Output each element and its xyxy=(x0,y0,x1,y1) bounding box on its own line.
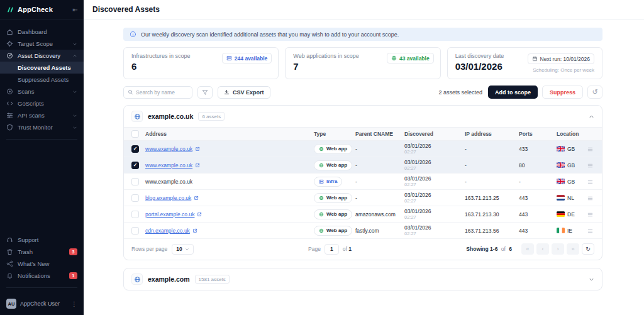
cell-ip: 163.71.213.25 xyxy=(465,195,519,201)
list-menu-icon xyxy=(587,195,594,202)
download-icon xyxy=(224,89,230,95)
chevron-down-icon xyxy=(72,125,77,130)
sidebar-item-goscripts[interactable]: GoScripts xyxy=(0,97,84,109)
sidebar-item-label: Asset Discovery xyxy=(18,52,60,59)
topbar: Discovered Assets xyxy=(84,0,644,19)
row-checkbox[interactable] xyxy=(131,211,139,218)
add-to-scope-button[interactable]: Add to scope xyxy=(488,86,538,99)
sidebar-item-support[interactable]: Support xyxy=(0,234,84,246)
row-actions-button[interactable] xyxy=(586,227,594,235)
row-checkbox[interactable]: ✓ xyxy=(131,162,139,169)
cell-location: GB xyxy=(557,162,586,169)
page-number-input[interactable]: 1 xyxy=(325,244,339,255)
sidebar-divider xyxy=(6,287,77,288)
row-checkbox[interactable]: ✓ xyxy=(131,145,139,153)
external-link-icon xyxy=(195,163,200,168)
cell-ports: 80 xyxy=(519,162,557,169)
select-all-checkbox[interactable] xyxy=(131,130,139,138)
asset-address-link[interactable]: www.example.co.uk xyxy=(145,146,200,152)
sidebar-item-api-scans[interactable]: API scans xyxy=(0,109,84,121)
infrastructures-available-badge[interactable]: 244 available xyxy=(222,53,272,64)
group-header[interactable]: example.com 1581 assets xyxy=(124,268,602,290)
sidebar-item-whats-new[interactable]: What's New xyxy=(0,258,84,270)
cell-parent-cname: fastly.com xyxy=(355,228,404,234)
available-label: 244 available xyxy=(235,55,267,62)
row-actions-button[interactable] xyxy=(586,162,594,169)
refresh-button[interactable]: ↻ xyxy=(582,243,594,255)
card-label: Last discovery date xyxy=(455,53,504,59)
list-menu-icon xyxy=(587,146,594,153)
user-menu-kebab-icon[interactable]: ⋮ xyxy=(71,301,77,307)
sidebar-item-label: What's New xyxy=(18,260,49,267)
group-name: example.com xyxy=(148,275,190,283)
sidebar-item-label: Trust Monitor xyxy=(18,124,53,131)
cell-parent-cname: - xyxy=(355,162,404,169)
row-actions-button[interactable] xyxy=(586,194,594,202)
row-checkbox[interactable] xyxy=(131,178,139,185)
column-header-discovered: Discovered xyxy=(404,131,465,137)
web-applications-available-badge[interactable]: 43 available xyxy=(387,53,434,64)
rows-per-page-label: Rows per page xyxy=(131,246,167,252)
rows-per-page-select[interactable]: 10 xyxy=(172,244,193,255)
sidebar-item-trust-monitor[interactable]: Trust Monitor xyxy=(0,121,84,133)
row-actions-button[interactable] xyxy=(586,145,594,153)
prev-page-button[interactable]: ‹ xyxy=(536,243,549,255)
sidebar-item-trash[interactable]: Trash 3 xyxy=(0,246,84,258)
row-actions-button[interactable] xyxy=(586,211,594,218)
code-icon xyxy=(6,100,13,107)
check-icon: ✓ xyxy=(133,162,138,168)
pagination-bar: Rows per page 10 Page 1 of 1 Showing 1-6… xyxy=(124,239,602,260)
sidebar-item-discovered-assets[interactable]: Discovered Assets xyxy=(0,62,84,74)
chevron-up-icon[interactable] xyxy=(589,114,594,119)
chevron-down-icon[interactable] xyxy=(589,277,594,282)
chevron-down-icon xyxy=(72,89,77,94)
group-header[interactable]: example.co.uk 6 assets xyxy=(124,106,602,127)
table-row: blog.example.co.uk Web app - 03/01/20260… xyxy=(124,190,602,206)
sidebar-item-suppressed-assets[interactable]: Suppressed Assets xyxy=(0,74,84,86)
row-checkbox[interactable] xyxy=(131,194,139,202)
suppress-button[interactable]: Suppress xyxy=(542,86,583,99)
column-header-address: Address xyxy=(145,131,314,137)
undo-selection-icon[interactable]: ↺ xyxy=(587,86,602,99)
sidebar-item-target-scope[interactable]: Target Scope xyxy=(0,38,84,50)
sidebar-item-dashboard[interactable]: Dashboard xyxy=(0,26,84,38)
column-header-parent-cname: Parent CNAME xyxy=(355,131,404,137)
trash-count-badge: 3 xyxy=(69,248,77,255)
last-discovery-left: Last discovery date 03/01/2026 xyxy=(455,53,504,73)
cell-discovered: 03/01/202602:27 xyxy=(404,192,465,204)
sidebar-item-notifications[interactable]: Notifications 1 xyxy=(0,270,84,282)
next-page-button[interactable]: › xyxy=(552,243,564,255)
row-checkbox[interactable] xyxy=(131,227,139,235)
sidebar-item-scans[interactable]: Scans xyxy=(0,86,84,97)
asset-address-link[interactable]: blog.example.co.uk xyxy=(145,195,199,201)
csv-export-button[interactable]: CSV Export xyxy=(218,86,270,99)
bell-icon xyxy=(6,272,13,279)
globe-icon xyxy=(391,55,397,61)
next-run-label: Next run: 10/01/2026 xyxy=(540,56,590,62)
row-actions-button[interactable] xyxy=(586,178,594,185)
sidebar-collapse-icon[interactable]: ⇤ xyxy=(73,6,78,13)
first-page-button[interactable]: « xyxy=(521,243,534,255)
sidebar-spacer xyxy=(0,145,84,234)
calendar-icon xyxy=(532,56,538,62)
sidebar-item-asset-discovery[interactable]: Asset Discovery xyxy=(0,50,84,62)
asset-address-link[interactable]: portal.example.co.uk xyxy=(145,211,202,218)
user-row[interactable]: AU AppCheck User ⋮ xyxy=(0,294,84,315)
asset-address-link[interactable]: cdn.example.co.uk xyxy=(145,228,197,234)
chevron-down-icon xyxy=(185,247,189,251)
asset-address-link[interactable]: www.example.co.uk xyxy=(145,162,200,169)
search-input[interactable] xyxy=(136,89,188,96)
globe-icon xyxy=(319,228,324,233)
cell-discovered: 03/01/202602:27 xyxy=(404,175,465,187)
total-pages: 1 xyxy=(348,246,352,252)
logo-row: AppCheck ⇤ xyxy=(0,0,84,19)
of-label: of xyxy=(343,246,347,252)
last-discovery-date: 03/01/2026 xyxy=(455,61,504,72)
column-header-ip: IP address xyxy=(465,131,519,137)
table-row: portal.example.co.uk Web app amazonaws.c… xyxy=(124,206,602,223)
main-area: Discovered Assets Our weekly discovery s… xyxy=(84,0,644,315)
last-page-button[interactable]: » xyxy=(567,243,579,255)
group-asset-count-badge: 6 assets xyxy=(198,112,225,121)
scheduling-text: Scheduling: Once per week xyxy=(528,67,594,73)
filter-button[interactable] xyxy=(197,86,213,99)
